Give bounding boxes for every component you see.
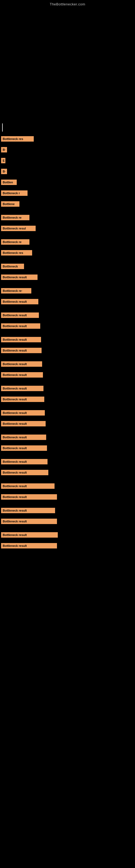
bottleneck-result-label: Bottleneck result [1,410,45,415]
list-item: Bottleneck result [0,297,135,307]
bottleneck-result-label: Bottleneck result [1,459,48,464]
list-item: Bottleneck result [0,432,135,442]
list-item: Bottleneck result [0,443,135,453]
list-item: Bottleneck r [0,188,135,198]
bottleneck-result-label: Bottleneck result [1,275,38,280]
bottleneck-result-label: Bottleneck result [1,348,42,353]
bottleneck-result-label: Bottleneck result [1,397,44,402]
list-item: Bottleneck res [0,248,135,258]
list-item: Bottleneck result [0,370,135,380]
bottleneck-result-label: Bottleneck result [1,323,40,329]
bottleneck-result-label: Bottleneck res [1,136,34,142]
list-item: Bottleneck result [0,408,135,418]
list-item: Bottleneck re [0,212,135,223]
bottleneck-result-label: Bottleneck [1,264,24,269]
bottleneck-result-label: B· [1,147,7,152]
list-item: Bottleneck [0,261,135,272]
bottleneck-result-label: Bottleneck result [1,519,57,524]
list-item: Bottleneck result [0,310,135,320]
list-item: Bottleneck result [0,457,135,467]
list-item: Bottlene [0,199,135,209]
bottleneck-result-label: B· [1,169,7,174]
bottleneck-result-label: Bottleneck resul [1,226,36,231]
bottleneck-result-label: Bottleneck result [1,372,43,378]
bottleneck-result-label: Bottleneck result [1,532,58,538]
list-item: Bottleneck re [0,237,135,247]
bottleneck-result-label: Bottleneck result [1,445,47,451]
bottleneck-result-label: Bottleneck re· [1,288,31,293]
bottleneck-result-label: Bottlen [1,180,17,185]
list-item: Bottleneck result [0,394,135,404]
bottleneck-result-label: Bottleneck result [1,484,54,489]
bottleneck-result-label: Bottleneck result [1,470,48,475]
list-item: Bottleneck result [0,359,135,369]
bottleneck-result-label: Bottleneck res [1,250,32,255]
list-item: Bottleneck result [0,481,135,491]
list-item: Bottleneck result [0,516,135,527]
list-item: B· [0,145,135,155]
bottleneck-result-label: Bottlene [1,201,19,207]
bottleneck-result-label: Bottleneck result [1,508,55,513]
list-item: Bottleneck result [0,383,135,394]
top-chart-area [0,7,135,121]
list-item: Bottleneck result [0,272,135,282]
list-item: B· [0,166,135,177]
separator [2,123,3,131]
list-item: Bottleneck res [0,134,135,144]
bottleneck-result-label: Bottleneck r [1,190,28,196]
list-item: Bottlen [0,177,135,187]
results-container: Bottleneck resB·EB·BottlenBottleneck rBo… [0,134,135,554]
list-item: Bottleneck result [0,505,135,516]
list-item: Bottleneck result [0,335,135,345]
list-item: Bottleneck result [0,321,135,331]
list-item: Bottleneck result [0,492,135,502]
bottleneck-result-label: Bottleneck result [1,543,57,549]
bottleneck-result-label: Bottleneck result [1,386,43,391]
bottleneck-result-label: Bottleneck re [1,239,30,245]
list-item: Bottleneck result [0,418,135,429]
list-item: Bottleneck result [0,530,135,540]
list-item: Bottleneck result [0,345,135,355]
bottleneck-result-label: Bottleneck result [1,312,39,318]
list-item: Bottleneck result [0,540,135,551]
bottleneck-result-label: Bottleneck result [1,421,46,426]
list-item: E [0,155,135,166]
list-item: Bottleneck result [0,467,135,478]
bottleneck-result-label: Bottleneck result [1,361,42,367]
bottleneck-result-label: E [1,158,5,163]
bottleneck-result-label: Bottleneck result [1,337,41,342]
list-item: Bottleneck resul [0,223,135,234]
bottleneck-result-label: Bottleneck result [1,494,57,500]
bottleneck-result-label: Bottleneck result [1,435,46,440]
bottleneck-result-label: Bottleneck result [1,299,38,304]
list-item: Bottleneck re· [0,286,135,296]
site-title: TheBottlenecker.com [0,0,135,7]
bottleneck-result-label: Bottleneck re [1,215,30,220]
